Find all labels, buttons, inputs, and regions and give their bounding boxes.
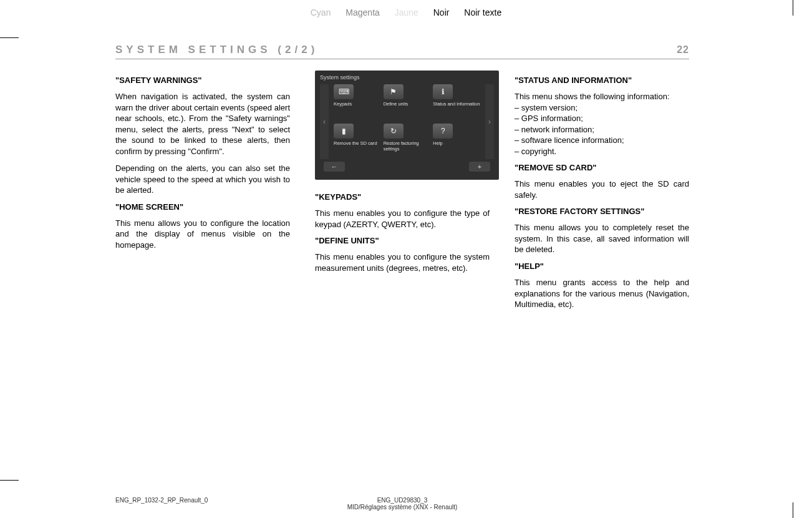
- tile-label: Help: [433, 141, 480, 152]
- footer-right: [564, 497, 689, 511]
- color-separation-bar: Cyan Magenta Jaune Noir Noir texte: [0, 7, 812, 17]
- color-jaune: Jaune: [395, 7, 418, 17]
- tile-keypads[interactable]: ⌨ Keypads: [334, 84, 381, 120]
- flag-icon: ⚑: [384, 84, 404, 99]
- tile-restore-factory[interactable]: ↻ Restore factoring settings: [384, 124, 431, 159]
- keyboard-icon: ⌨: [334, 84, 354, 99]
- color-cyan: Cyan: [311, 7, 331, 17]
- paragraph: This menu enables you to eject the SD ca…: [515, 178, 689, 200]
- help-icon: ?: [433, 124, 453, 139]
- device-title: System settings: [320, 74, 494, 81]
- heading-keypads: "KEYPADS": [315, 192, 490, 202]
- paragraph: This menu enables you to configure the t…: [315, 208, 490, 230]
- column-1: "SAFETY WARNINGS" When navigation is act…: [115, 71, 290, 316]
- device-back-button[interactable]: ←: [324, 162, 345, 172]
- columns: "SAFETY WARNINGS" When navigation is act…: [115, 71, 689, 316]
- list-item: – software licence information;: [515, 135, 689, 146]
- heading-define-units: "DEFINE UNITS": [315, 236, 490, 245]
- paragraph: This menu shows the following informatio…: [515, 91, 689, 102]
- list-item: – GPS information;: [515, 113, 689, 124]
- page-footer: ENG_RP_1032-2_RP_Renault_0 ENG_UD29830_3…: [115, 497, 689, 511]
- device-footer: ← +: [320, 162, 494, 172]
- sd-card-icon: ▮: [334, 124, 354, 139]
- heading-help: "HELP": [515, 261, 689, 271]
- page-content: SYSTEM SETTINGS (2/2) 22 "SAFETY WARNING…: [115, 44, 689, 316]
- tile-label: Keypads: [334, 102, 381, 113]
- tile-define-units[interactable]: ⚑ Define units: [384, 84, 431, 120]
- tile-label: Define units: [384, 102, 431, 113]
- page-number: 22: [677, 44, 689, 56]
- device-body: ‹ ⌨ Keypads ⚑ Define units ℹ Status and: [320, 84, 494, 159]
- heading-restore-factory: "RESTORE FACTORY SETTINGS": [515, 207, 689, 216]
- device-nav-right[interactable]: ›: [485, 84, 494, 159]
- paragraph: This menu allows you to completely reset…: [515, 222, 689, 255]
- list-item: – copyright.: [515, 146, 689, 157]
- paragraph: This menu grants access to the help and …: [515, 277, 689, 310]
- paragraph: When navigation is activated, the system…: [115, 91, 290, 157]
- heading-remove-sd: "REMOVE SD CARD": [515, 163, 689, 172]
- crop-mark: [0, 37, 19, 38]
- header-rule: [115, 59, 689, 59]
- crop-mark: [0, 480, 19, 481]
- footer-center-line2: MID/Réglages système (XNX - Renault): [240, 504, 564, 511]
- tile-status-info[interactable]: ℹ Status and information: [433, 84, 480, 120]
- crop-mark: [793, 502, 793, 518]
- column-2: System settings ‹ ⌨ Keypads ⚑ Define uni…: [315, 71, 490, 316]
- paragraph: This menu allows you to configure the lo…: [115, 218, 290, 251]
- heading-safety-warnings: "SAFETY WARNINGS": [115, 76, 290, 85]
- color-noir: Noir: [433, 7, 450, 17]
- device-screenshot: System settings ‹ ⌨ Keypads ⚑ Define uni…: [315, 71, 499, 180]
- page-title: SYSTEM SETTINGS (2/2): [115, 44, 318, 56]
- column-3: "STATUS AND INFORMATION" This menu shows…: [515, 71, 689, 316]
- tile-label: Status and information: [433, 102, 480, 113]
- device-nav-left[interactable]: ‹: [320, 84, 329, 159]
- color-noir-texte: Noir texte: [464, 7, 501, 17]
- list-item: – network information;: [515, 124, 689, 135]
- reset-icon: ↻: [384, 124, 404, 139]
- footer-center-line1: ENG_UD29830_3: [240, 497, 564, 504]
- device-plus-button[interactable]: +: [469, 162, 490, 172]
- info-icon: ℹ: [433, 84, 453, 99]
- tile-label: Remove the SD card: [334, 141, 381, 152]
- tile-remove-sd[interactable]: ▮ Remove the SD card: [334, 124, 381, 159]
- heading-home-screen: "HOME SCREEN": [115, 202, 290, 212]
- tile-label: Restore factoring settings: [384, 141, 431, 152]
- page-header: SYSTEM SETTINGS (2/2) 22: [115, 44, 689, 59]
- paragraph: This menu enables you to configure the s…: [315, 252, 490, 273]
- color-magenta: Magenta: [346, 7, 379, 17]
- list-item: – system version;: [515, 102, 689, 114]
- heading-status-info: "STATUS AND INFORMATION": [515, 76, 689, 85]
- tile-help[interactable]: ? Help: [433, 124, 480, 159]
- paragraph: Depending on the alerts, you can also se…: [115, 163, 290, 196]
- footer-center: ENG_UD29830_3 MID/Réglages système (XNX …: [240, 497, 564, 511]
- device-grid: ⌨ Keypads ⚑ Define units ℹ Status and in…: [331, 84, 483, 159]
- footer-left: ENG_RP_1032-2_RP_Renault_0: [115, 497, 240, 511]
